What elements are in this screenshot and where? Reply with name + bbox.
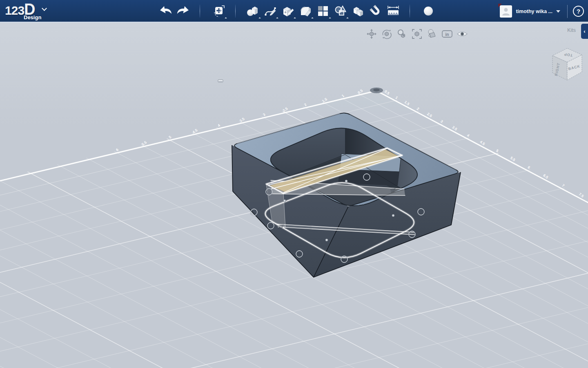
pan-button[interactable] (365, 28, 378, 40)
view-toolbar: in (365, 28, 469, 40)
logo-chevron-down-icon (42, 6, 47, 11)
undo-icon (159, 5, 173, 17)
kits-label: Kits (567, 27, 576, 33)
dropdown-caret (276, 17, 278, 20)
main-toolbar: 123D Design (0, 0, 588, 22)
dropdown-caret (329, 17, 331, 20)
svg-text:4: 4 (217, 123, 221, 128)
toolbar-separator (200, 4, 200, 18)
primitives-button[interactable] (244, 2, 261, 20)
svg-text:2: 2 (303, 103, 307, 107)
kits-collapse-tab[interactable]: ‹ (581, 24, 588, 39)
sphere-icon (422, 5, 434, 17)
ruler-icon (386, 4, 400, 18)
svg-text:1: 1 (394, 95, 399, 100)
zoom-icon (396, 29, 407, 39)
origin-marker (370, 88, 383, 93)
construct-button[interactable] (279, 2, 296, 20)
fit-view-icon (412, 29, 422, 39)
visibility-button[interactable] (455, 28, 469, 40)
transform-button[interactable] (210, 2, 227, 20)
svg-text:5: 5 (495, 148, 499, 153)
logo-subtitle: Design (24, 14, 41, 20)
undo-button[interactable] (157, 2, 174, 20)
toolbar-separator (410, 4, 410, 18)
svg-text:3: 3 (440, 119, 444, 123)
user-avatar[interactable] (500, 5, 512, 18)
units-button[interactable]: in (440, 28, 454, 40)
primitives-icon (246, 4, 259, 18)
toolbar-separator (567, 5, 568, 18)
sketch-icon (264, 4, 277, 18)
help-button[interactable]: ? (573, 6, 584, 17)
svg-text:6: 6 (527, 165, 531, 170)
orbit-button[interactable] (380, 28, 393, 40)
combine-icon (352, 4, 365, 18)
svg-text:5: 5 (168, 135, 172, 139)
dropdown-caret (225, 17, 227, 20)
dropdown-caret (346, 17, 349, 20)
pan-icon (366, 29, 377, 39)
toolbar-separator (235, 4, 236, 18)
snap-button[interactable] (367, 2, 384, 20)
svg-text:1: 1 (341, 94, 345, 98)
viewport-3d[interactable]: 0.511.522.533.544.555.566.577.50.511.522… (0, 22, 588, 368)
model-box[interactable] (232, 113, 461, 277)
material-sphere-button[interactable] (420, 2, 437, 20)
units-icon: in (441, 29, 453, 39)
modify-fillet-icon (299, 4, 312, 18)
material-appearance-button[interactable] (425, 28, 439, 40)
svg-text:6: 6 (115, 148, 119, 152)
fit-view-button[interactable] (410, 28, 423, 40)
svg-text:7: 7 (561, 183, 565, 188)
person-icon (501, 7, 511, 16)
svg-text:3: 3 (262, 112, 266, 117)
svg-text:4: 4 (466, 133, 470, 138)
grouping-button[interactable] (332, 2, 349, 20)
canvas-area: 0.511.522.533.544.555.566.577.50.511.522… (0, 22, 588, 368)
sketch-button[interactable] (262, 2, 279, 20)
dropdown-caret (311, 17, 314, 20)
eye-icon (456, 29, 468, 39)
dropdown-caret (294, 17, 296, 20)
orbit-icon (381, 29, 392, 39)
magnet-icon (369, 4, 382, 18)
construct-icon (281, 4, 294, 18)
app-logo[interactable]: 123D Design (5, 1, 66, 22)
pattern-button[interactable] (314, 2, 332, 20)
distant-gizmo[interactable] (218, 80, 223, 82)
units-label: in (445, 32, 449, 37)
pattern-icon (317, 5, 329, 17)
transform-move-icon (212, 4, 226, 18)
svg-text:2: 2 (416, 107, 420, 111)
grouping-icon (334, 4, 347, 18)
dropdown-caret (258, 17, 261, 20)
measure-button[interactable] (385, 2, 402, 20)
account-caret-icon[interactable] (556, 10, 560, 13)
view-cube[interactable]: TOP RIGHT BACK (548, 45, 586, 86)
account-area: timothy wika ... ? (500, 0, 584, 22)
material-icon (426, 29, 438, 39)
collapse-chevron-icon: ‹ (584, 28, 585, 34)
redo-button[interactable] (174, 2, 192, 20)
user-name[interactable]: timothy wika ... (516, 9, 552, 14)
redo-icon (176, 5, 190, 17)
modify-button[interactable] (297, 2, 314, 20)
combine-button[interactable] (350, 2, 367, 20)
zoom-button[interactable] (395, 28, 408, 40)
